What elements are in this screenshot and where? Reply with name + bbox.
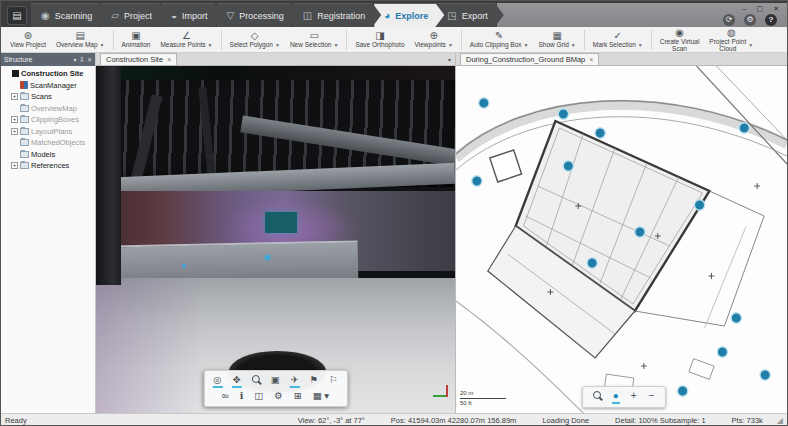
map-tab[interactable]: During_Construction_Ground BMap × [460,53,599,65]
tree-item-matchedobjects[interactable]: MatchedObjects [1,137,95,149]
map-viewport[interactable]: 20 m 50 ft ●+− [456,66,787,413]
quad-view-icon[interactable]: ⊞ [293,390,303,404]
status-item: View: 62°, -3° at 77° [298,416,365,425]
close-icon[interactable]: ✕ [87,57,92,63]
view-cube-icon[interactable]: ▣ [270,374,281,388]
chevron-down-icon[interactable]: ▼ [208,43,213,48]
scan-markers-toggle[interactable]: ● [612,390,620,404]
toolbar-separator [461,30,462,50]
ribbon-tab-registration[interactable]: ◫Registration [293,3,381,27]
magnifier-icon[interactable] [592,390,602,404]
scan-position-marker[interactable] [694,200,704,210]
scan-position-marker[interactable] [739,123,749,133]
scan-position-marker[interactable] [265,255,270,260]
chevron-down-icon[interactable]: ▼ [333,43,338,48]
ribbon-tab-processing[interactable]: ▽Processing [217,3,300,27]
flag-icon[interactable]: ⚑ [309,374,320,388]
chevron-down-icon[interactable]: ▼ [748,43,753,48]
resize-grip-icon[interactable]: ◢ [777,416,783,425]
ribbon-tab-import[interactable]: ◒Import [161,3,224,27]
scale-feet-label: 50 ft [460,400,506,407]
toolbar-button-viewpoints[interactable]: ⊕Viewpoints▼ [410,28,458,52]
chevron-down-icon[interactable]: ▼ [275,43,280,48]
toolbar-button-select-polygon[interactable]: ◇Select Polygon▼ [225,28,285,52]
chevron-down-icon[interactable]: ▼ [524,43,529,48]
scan-position-marker[interactable] [677,386,687,396]
minimize-button[interactable]: – [743,5,747,12]
zoom-out-button[interactable]: − [648,390,656,404]
orbit-mode-icon[interactable]: ◎ [212,374,222,388]
expander-plus-icon[interactable]: + [11,116,18,123]
settings-gear-icon[interactable]: ⚙ [273,390,284,404]
close-icon[interactable]: × [589,56,593,63]
toolbar-button-animation[interactable]: ▣Animation [117,28,156,52]
pan-tool-icon[interactable]: ✥ [232,374,242,388]
chevron-down-icon[interactable]: ▼ [571,43,576,48]
tree-item-overviewmap[interactable]: OverviewMap [1,103,95,115]
split-view-icon[interactable]: ◫ [253,390,264,404]
toolbar-button-save-orthophoto[interactable]: ◨Save Orthophoto [350,28,409,52]
flag-outline-icon[interactable]: ⚐ [328,374,339,388]
expander-plus-icon[interactable]: + [11,162,18,169]
view3d-tab[interactable]: Construction Site × [100,53,177,65]
scan-position-marker[interactable] [479,98,489,108]
tree-item-scans[interactable]: +Scans [1,91,95,103]
toolbar-button-view-project[interactable]: ⊛View Project [5,28,51,52]
toolbar-button-measure-points[interactable]: ∠Measure Points▼ [155,28,217,52]
maximize-button[interactable]: ▢ [757,5,764,12]
toolbar-button-overview-map[interactable]: ▤Overview Map▼ [51,28,110,52]
app-menu-button[interactable]: ▤ [7,6,27,25]
ribbon-tab-project[interactable]: ▱Project [101,3,168,27]
chevron-down-icon[interactable]: ▼ [100,43,105,48]
window-controls: –▢✕ [735,3,787,13]
tree-item-references[interactable]: +References [1,160,95,172]
tree-item-scanmanager[interactable]: ScanManager [1,80,95,92]
toolbar-button-label: Show Grid▼ [538,42,575,49]
info-icon[interactable]: ℹ [239,390,245,404]
toolbar-button-mark-selection[interactable]: ✓Mark Selection▼ [588,28,648,52]
scan-position-marker[interactable] [635,227,645,237]
stereo-view-icon[interactable]: ∞ [221,390,230,404]
chevron-down-icon[interactable]: ▾ [74,57,77,63]
scan-position-marker[interactable] [563,161,573,171]
toolbar-button-project-point-cloud[interactable]: ◍Project Point Cloud▼ [704,28,758,52]
expander-plus-icon[interactable]: + [11,128,18,135]
scan-position-marker[interactable] [760,370,770,380]
toolbar-button-auto-clipping-box[interactable]: ✎Auto Clipping Box▼ [465,28,534,52]
scan-position-marker[interactable] [182,264,186,268]
grid-options-icon[interactable]: ▦ ▾ [312,390,330,404]
magnifier-glyph [593,391,601,399]
scan-position-marker[interactable] [717,347,727,357]
ribbon-tab-export[interactable]: ◳Export [437,3,503,27]
tree-item-clippingboxes[interactable]: +ClippingBoxes [1,114,95,126]
settings-gear-icon[interactable]: ⚙ [744,14,756,26]
tree-item-models[interactable]: Models [1,149,95,161]
zoom-in-button[interactable]: + [630,390,638,404]
sync-icon[interactable]: ⟳ [723,14,735,26]
tree-item-construction-site[interactable]: Construction Site [1,68,95,80]
tree-item-layoutplans[interactable]: +LayoutPlans [1,126,95,138]
chevron-down-icon[interactable]: ▾ [448,56,455,65]
magnifier-icon[interactable] [251,374,261,388]
view3d-viewport[interactable]: ◎✥▣✈⚑⚐ ∞ℹ◫⚙⊞▦ ▾ [96,66,455,413]
scan-position-marker[interactable] [472,176,482,186]
chevron-down-icon[interactable]: ▼ [448,43,453,48]
scene-column [96,66,121,285]
scan-position-marker[interactable] [595,128,605,138]
toolbar-button-create-virtual-scan[interactable]: ◉Create Virtual Scan [655,28,705,52]
close-button[interactable]: ✕ [773,5,779,12]
scan-position-marker[interactable] [587,258,597,268]
fly-mode-icon[interactable]: ✈ [290,374,300,388]
ribbon-tab-explore[interactable]: ◕Explore [374,3,444,27]
scan-position-marker[interactable] [558,109,568,119]
expander-plus-icon[interactable]: + [11,93,18,100]
auto-clipping-box-icon: ✎ [495,31,503,41]
chevron-down-icon[interactable]: ▼ [638,43,643,48]
close-icon[interactable]: × [167,56,171,63]
toolbar-button-new-selection[interactable]: ▭New Selection▼ [285,28,344,52]
ribbon-tab-scanning[interactable]: ◉Scanning [31,3,108,27]
help-icon[interactable]: ? [765,14,777,26]
pin-icon[interactable]: ⊼ [80,57,84,63]
scan-position-marker[interactable] [731,313,741,323]
toolbar-button-show-grid[interactable]: ▦Show Grid▼ [533,28,580,52]
